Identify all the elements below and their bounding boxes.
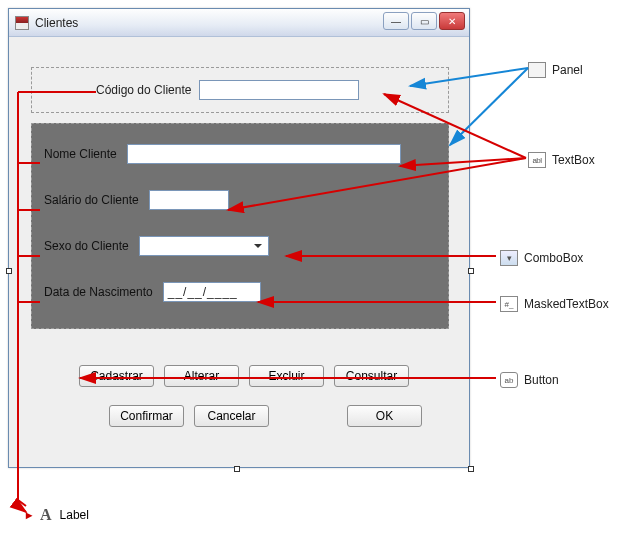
resize-handle-icon [468, 268, 474, 274]
alterar-button[interactable]: Alterar [164, 365, 239, 387]
maximize-button[interactable]: ▭ [411, 12, 437, 30]
datanasc-label: Data de Nascimento [44, 285, 153, 299]
close-button[interactable]: ✕ [439, 12, 465, 30]
window-buttons: — ▭ ✕ [383, 12, 465, 30]
codigo-label: Código do Cliente [96, 83, 191, 97]
sexo-label: Sexo do Cliente [44, 239, 129, 253]
legend-combobox-label: ComboBox [524, 251, 583, 265]
svg-line-13 [18, 506, 26, 512]
button-row-primary: Cadastrar Alterar Excluir Consultar [79, 365, 409, 387]
nome-textbox[interactable] [127, 144, 401, 164]
textbox-icon [528, 152, 546, 168]
window-title: Clientes [35, 16, 78, 30]
maskedtextbox-icon [500, 296, 518, 312]
excluir-button[interactable]: Excluir [249, 365, 324, 387]
resize-handle-icon [234, 466, 240, 472]
legend-panel-label: Panel [552, 63, 583, 77]
combobox-icon [500, 250, 518, 266]
legend-label: ▸ Label [26, 506, 89, 524]
confirmar-button[interactable]: Confirmar [109, 405, 184, 427]
button-row-secondary: Confirmar Cancelar OK [109, 405, 422, 427]
resize-handle-icon [468, 466, 474, 472]
legend-button-label: Button [524, 373, 559, 387]
legend-textbox: TextBox [528, 152, 595, 168]
legend-panel: Panel [528, 62, 583, 78]
salario-textbox[interactable] [149, 190, 229, 210]
panel-details: Nome Cliente Salário do Cliente Sexo do … [31, 123, 449, 329]
button-icon [500, 372, 518, 388]
consultar-button[interactable]: Consultar [334, 365, 409, 387]
cadastrar-button[interactable]: Cadastrar [79, 365, 154, 387]
resize-handle-icon [6, 268, 12, 274]
sexo-combobox[interactable] [139, 236, 269, 256]
app-icon [15, 16, 29, 30]
ok-button[interactable]: OK [347, 405, 422, 427]
salario-label: Salário do Cliente [44, 193, 139, 207]
label-icon [40, 506, 52, 524]
legend-combobox: ComboBox [500, 250, 583, 266]
datanasc-maskedtextbox[interactable]: __/__/____ [163, 282, 261, 302]
cancelar-button[interactable]: Cancelar [194, 405, 269, 427]
titlebar[interactable]: Clientes — ▭ ✕ [9, 9, 469, 37]
legend-maskedtextbox: MaskedTextBox [500, 296, 609, 312]
panel-icon [528, 62, 546, 78]
codigo-textbox[interactable] [199, 80, 359, 100]
winform-window: Clientes — ▭ ✕ Código do Cliente Nome Cl… [8, 8, 470, 468]
minimize-button[interactable]: — [383, 12, 409, 30]
panel-codigo: Código do Cliente [31, 67, 449, 113]
nome-label: Nome Cliente [44, 147, 117, 161]
legend-button: Button [500, 372, 559, 388]
legend-label-label: Label [60, 508, 89, 522]
client-area: Código do Cliente Nome Cliente Salário d… [9, 37, 469, 467]
legend-textbox-label: TextBox [552, 153, 595, 167]
legend-maskedtextbox-label: MaskedTextBox [524, 297, 609, 311]
